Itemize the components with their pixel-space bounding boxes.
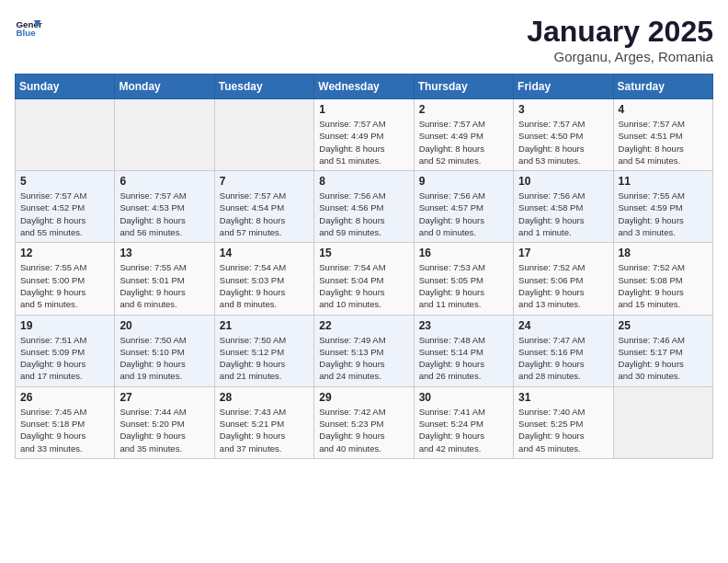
day-info: Sunrise: 7:53 AM Sunset: 5:05 PM Dayligh…	[419, 261, 508, 310]
day-cell	[613, 386, 712, 458]
day-info: Sunrise: 7:45 AM Sunset: 5:18 PM Dayligh…	[20, 406, 109, 454]
day-info: Sunrise: 7:50 AM Sunset: 5:12 PM Dayligh…	[220, 334, 309, 383]
day-cell: 28Sunrise: 7:43 AM Sunset: 5:21 PM Dayli…	[214, 386, 313, 458]
title-block: January 2025 Gorganu, Arges, Romania	[527, 15, 713, 64]
calendar-subtitle: Gorganu, Arges, Romania	[527, 49, 713, 64]
day-info: Sunrise: 7:47 AM Sunset: 5:16 PM Dayligh…	[518, 334, 608, 383]
day-cell: 23Sunrise: 7:48 AM Sunset: 5:14 PM Dayli…	[414, 315, 513, 386]
day-number: 19	[20, 319, 109, 332]
week-row-4: 19Sunrise: 7:51 AM Sunset: 5:09 PM Dayli…	[16, 315, 713, 386]
header-row: SundayMondayTuesdayWednesdayThursdayFrid…	[16, 75, 713, 99]
day-number: 2	[419, 103, 508, 116]
day-number: 20	[119, 319, 209, 332]
day-cell: 29Sunrise: 7:42 AM Sunset: 5:23 PM Dayli…	[314, 386, 414, 458]
day-number: 1	[319, 103, 408, 116]
day-info: Sunrise: 7:48 AM Sunset: 5:14 PM Dayligh…	[419, 334, 508, 383]
day-cell: 25Sunrise: 7:46 AM Sunset: 5:17 PM Dayli…	[613, 315, 712, 386]
day-cell: 14Sunrise: 7:54 AM Sunset: 5:03 PM Dayli…	[214, 243, 313, 315]
day-number: 24	[518, 319, 608, 332]
day-info: Sunrise: 7:55 AM Sunset: 4:59 PM Dayligh…	[619, 190, 708, 238]
day-number: 8	[319, 175, 408, 188]
day-cell: 27Sunrise: 7:44 AM Sunset: 5:20 PM Dayli…	[115, 386, 214, 458]
day-info: Sunrise: 7:56 AM Sunset: 4:58 PM Dayligh…	[518, 190, 608, 238]
day-cell: 22Sunrise: 7:49 AM Sunset: 5:13 PM Dayli…	[314, 315, 414, 386]
day-cell: 6Sunrise: 7:57 AM Sunset: 4:53 PM Daylig…	[115, 171, 214, 243]
day-cell: 19Sunrise: 7:51 AM Sunset: 5:09 PM Dayli…	[16, 315, 115, 386]
day-info: Sunrise: 7:57 AM Sunset: 4:53 PM Dayligh…	[119, 190, 209, 238]
day-cell: 13Sunrise: 7:55 AM Sunset: 5:01 PM Dayli…	[115, 243, 214, 315]
day-number: 11	[619, 175, 708, 188]
day-info: Sunrise: 7:46 AM Sunset: 5:17 PM Dayligh…	[619, 334, 708, 383]
day-info: Sunrise: 7:54 AM Sunset: 5:04 PM Dayligh…	[319, 261, 408, 310]
day-number: 10	[518, 175, 608, 188]
day-cell: 26Sunrise: 7:45 AM Sunset: 5:18 PM Dayli…	[16, 386, 115, 458]
day-number: 12	[20, 247, 109, 259]
calendar-table: SundayMondayTuesdayWednesdayThursdayFrid…	[15, 74, 713, 459]
day-number: 21	[220, 319, 309, 332]
day-info: Sunrise: 7:57 AM Sunset: 4:49 PM Dayligh…	[319, 118, 408, 167]
day-cell: 11Sunrise: 7:55 AM Sunset: 4:59 PM Dayli…	[613, 171, 712, 243]
day-number: 15	[319, 247, 408, 259]
day-info: Sunrise: 7:57 AM Sunset: 4:51 PM Dayligh…	[619, 118, 708, 167]
day-cell: 17Sunrise: 7:52 AM Sunset: 5:06 PM Dayli…	[514, 243, 613, 315]
day-number: 7	[220, 175, 309, 188]
calendar-title: January 2025	[527, 15, 713, 49]
day-cell: 5Sunrise: 7:57 AM Sunset: 4:52 PM Daylig…	[16, 171, 115, 243]
day-number: 22	[319, 319, 408, 332]
day-number: 30	[419, 391, 508, 404]
day-number: 28	[220, 391, 309, 404]
day-cell: 7Sunrise: 7:57 AM Sunset: 4:54 PM Daylig…	[214, 171, 313, 243]
page-header: General Blue January 2025 Gorganu, Arges…	[15, 15, 713, 64]
logo-icon: General Blue	[15, 15, 42, 42]
day-cell: 18Sunrise: 7:52 AM Sunset: 5:08 PM Dayli…	[613, 243, 712, 315]
week-row-3: 12Sunrise: 7:55 AM Sunset: 5:00 PM Dayli…	[16, 243, 713, 315]
day-header-monday: Monday	[115, 75, 214, 99]
day-cell: 2Sunrise: 7:57 AM Sunset: 4:49 PM Daylig…	[414, 99, 513, 171]
week-row-1: 1Sunrise: 7:57 AM Sunset: 4:49 PM Daylig…	[16, 99, 713, 171]
day-header-saturday: Saturday	[613, 75, 712, 99]
day-cell	[16, 99, 115, 171]
day-number: 18	[619, 247, 708, 259]
day-info: Sunrise: 7:55 AM Sunset: 5:01 PM Dayligh…	[119, 261, 209, 310]
day-header-tuesday: Tuesday	[214, 75, 313, 99]
day-cell: 1Sunrise: 7:57 AM Sunset: 4:49 PM Daylig…	[314, 99, 414, 171]
day-info: Sunrise: 7:42 AM Sunset: 5:23 PM Dayligh…	[319, 406, 408, 454]
day-cell	[115, 99, 214, 171]
day-info: Sunrise: 7:44 AM Sunset: 5:20 PM Dayligh…	[119, 406, 209, 454]
day-number: 6	[119, 175, 209, 188]
day-cell: 9Sunrise: 7:56 AM Sunset: 4:57 PM Daylig…	[414, 171, 513, 243]
day-number: 27	[119, 391, 209, 404]
day-info: Sunrise: 7:50 AM Sunset: 5:10 PM Dayligh…	[119, 334, 209, 383]
day-header-sunday: Sunday	[16, 75, 115, 99]
day-cell: 16Sunrise: 7:53 AM Sunset: 5:05 PM Dayli…	[414, 243, 513, 315]
day-header-thursday: Thursday	[414, 75, 513, 99]
day-number: 26	[20, 391, 109, 404]
day-cell: 31Sunrise: 7:40 AM Sunset: 5:25 PM Dayli…	[514, 386, 613, 458]
day-cell: 20Sunrise: 7:50 AM Sunset: 5:10 PM Dayli…	[115, 315, 214, 386]
day-info: Sunrise: 7:57 AM Sunset: 4:52 PM Dayligh…	[20, 190, 109, 238]
day-number: 13	[119, 247, 209, 259]
svg-text:Blue: Blue	[17, 28, 37, 38]
day-info: Sunrise: 7:56 AM Sunset: 4:57 PM Dayligh…	[419, 190, 508, 238]
day-number: 16	[419, 247, 508, 259]
day-info: Sunrise: 7:43 AM Sunset: 5:21 PM Dayligh…	[220, 406, 309, 454]
day-number: 29	[319, 391, 408, 404]
day-number: 17	[518, 247, 608, 259]
day-cell: 12Sunrise: 7:55 AM Sunset: 5:00 PM Dayli…	[16, 243, 115, 315]
day-number: 5	[20, 175, 109, 188]
day-number: 23	[419, 319, 508, 332]
day-cell: 3Sunrise: 7:57 AM Sunset: 4:50 PM Daylig…	[514, 99, 613, 171]
day-info: Sunrise: 7:49 AM Sunset: 5:13 PM Dayligh…	[319, 334, 408, 383]
day-info: Sunrise: 7:57 AM Sunset: 4:54 PM Dayligh…	[220, 190, 309, 238]
day-cell: 30Sunrise: 7:41 AM Sunset: 5:24 PM Dayli…	[414, 386, 513, 458]
day-info: Sunrise: 7:55 AM Sunset: 5:00 PM Dayligh…	[20, 261, 109, 310]
logo: General Blue	[15, 15, 42, 42]
day-info: Sunrise: 7:57 AM Sunset: 4:49 PM Dayligh…	[419, 118, 508, 167]
day-cell: 21Sunrise: 7:50 AM Sunset: 5:12 PM Dayli…	[214, 315, 313, 386]
day-info: Sunrise: 7:52 AM Sunset: 5:06 PM Dayligh…	[518, 261, 608, 310]
day-number: 31	[518, 391, 608, 404]
day-number: 4	[619, 103, 708, 116]
day-cell: 15Sunrise: 7:54 AM Sunset: 5:04 PM Dayli…	[314, 243, 414, 315]
day-header-friday: Friday	[514, 75, 613, 99]
day-number: 25	[619, 319, 708, 332]
